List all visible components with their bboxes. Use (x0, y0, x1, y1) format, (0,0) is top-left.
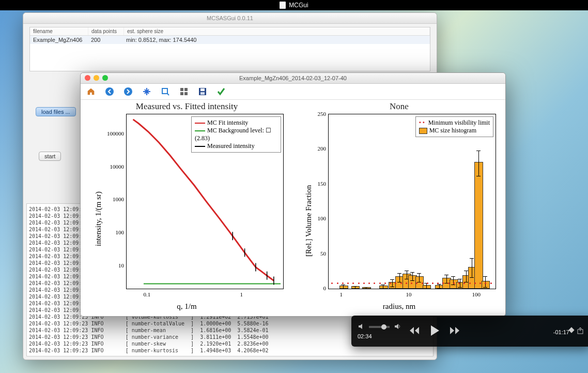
close-icon[interactable] (85, 75, 90, 81)
cell-filename: Example_MgZn406 (30, 36, 88, 44)
col-datapoints[interactable]: data points (88, 27, 124, 35)
plot-window: Example_MgZn406_2014-02-03_12-07-40 Meas… (80, 72, 506, 317)
ytick: 50 (314, 250, 326, 257)
col-spheresize[interactable]: est. sphere size (124, 27, 430, 35)
histogram-plot: None [Rel.] Volume Fraction radius, nm •… (298, 101, 500, 311)
mute-icon[interactable] (358, 323, 365, 331)
svg-point-0 (105, 87, 114, 96)
histogram-xlabel: radius, nm (298, 302, 500, 311)
xtick: 10 (406, 291, 411, 297)
plot-window-title: Example_MgZn406_2014-02-03_12-07-40 (239, 75, 347, 81)
minimize-icon[interactable] (94, 75, 99, 81)
subplots-icon[interactable] (179, 86, 189, 97)
xtick: 1 (240, 291, 243, 297)
ytick: 100000 (98, 130, 124, 137)
intensity-plot-title: Measured vs. Fitted intensity (86, 101, 288, 113)
ytick: 100 (98, 229, 124, 235)
video-remaining: -01:17 (553, 329, 569, 335)
svg-rect-5 (180, 92, 183, 95)
svg-rect-9 (200, 92, 205, 95)
cell-spheresize: min: 0.8512, max: 174.5440 (123, 36, 430, 44)
mpl-toolbar (81, 84, 505, 100)
intensity-plot: Measured vs. Fitted intensity intensity,… (86, 101, 288, 311)
legend-fit: MC Fit intensity (207, 119, 248, 126)
xtick: 100 (472, 291, 481, 297)
cell-datapoints: 200 (88, 36, 123, 44)
load-files-button[interactable]: load files ... (36, 107, 76, 116)
ytick: 200 (314, 145, 326, 152)
svg-rect-8 (200, 88, 205, 91)
back-icon[interactable] (104, 86, 115, 97)
volume-icon[interactable] (394, 323, 401, 331)
histogram-ylabel: [Rel.] Volume Fraction (304, 185, 313, 257)
table-row[interactable]: Example_MgZn406 200 min: 0.8512, max: 17… (30, 36, 430, 44)
scrubber-handle[interactable] (568, 327, 574, 333)
rewind-icon[interactable] (408, 325, 421, 337)
ytick: 100 (314, 215, 326, 221)
forward-icon[interactable] (123, 86, 133, 97)
legend-measured: Measured intensity (207, 142, 255, 150)
histogram-bar (474, 162, 483, 289)
play-icon[interactable] (428, 324, 441, 338)
document-icon (280, 2, 286, 9)
legend-bg: MC Background level: ☐ (2.83) (195, 127, 271, 142)
ytick: 0 (314, 285, 326, 291)
histogram-plot-title: None (298, 101, 500, 113)
col-filename[interactable]: filename (30, 27, 88, 35)
check-icon[interactable] (216, 86, 226, 97)
ytick: 1000 (98, 196, 124, 202)
ytick: 10 (98, 262, 124, 268)
zoom-icon[interactable] (102, 75, 108, 81)
intensity-xlabel: q, 1/m (86, 302, 288, 311)
volume-slider[interactable] (369, 326, 390, 328)
svg-rect-3 (180, 88, 183, 91)
svg-rect-2 (162, 88, 167, 94)
ytick: 10000 (98, 163, 124, 170)
fastforward-icon[interactable] (448, 325, 461, 337)
video-controls: 02:34 -01:17 (351, 316, 588, 347)
ytick: 150 (314, 181, 326, 187)
plot-window-titlebar[interactable]: Example_MgZn406_2014-02-03_12-07-40 (81, 73, 505, 84)
histogram-axes[interactable]: • •Minimum visibility limit MC size hist… (328, 114, 496, 289)
home-icon[interactable] (86, 86, 96, 97)
ytick: 250 (314, 111, 326, 117)
video-elapsed: 02:34 (358, 333, 401, 339)
menubar-title: MCGui (289, 2, 308, 9)
file-table-header: filename data points est. sphere size (30, 27, 430, 36)
xtick: 1 (339, 291, 343, 297)
intensity-axes[interactable]: MC Fit intensity MC Background level: ☐ … (126, 114, 284, 289)
macos-menubar: MCGui (0, 0, 588, 10)
xtick: 0.1 (143, 291, 150, 297)
svg-rect-4 (184, 88, 188, 91)
pan-icon[interactable] (142, 86, 152, 97)
intensity-legend: MC Fit intensity MC Background level: ☐ … (191, 116, 281, 153)
histogram-legend: • •Minimum visibility limit MC size hist… (415, 116, 493, 137)
svg-rect-6 (184, 92, 188, 95)
svg-point-1 (124, 87, 132, 96)
legend-histogram: MC size histogram (429, 127, 476, 134)
start-button[interactable]: start (39, 152, 61, 161)
share-icon[interactable] (577, 326, 585, 336)
save-icon[interactable] (197, 86, 208, 97)
mcsas-window-title[interactable]: MCSASGui 0.0.11 (23, 13, 437, 24)
file-table: filename data points est. sphere size Ex… (29, 27, 430, 71)
legend-visibility: Minimum visibility limit (428, 119, 490, 126)
window-controls (85, 75, 108, 81)
zoom-rect-icon[interactable] (160, 86, 171, 97)
